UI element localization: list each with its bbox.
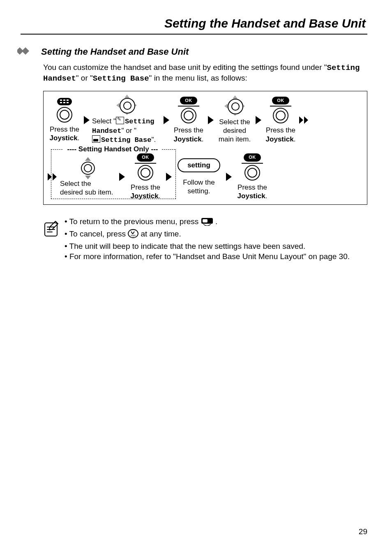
step-press-joystick-2: OK Press theJoystick. xyxy=(172,97,205,144)
handset-inline-icon xyxy=(116,117,124,124)
intro-code-2: Setting Base xyxy=(93,74,149,83)
base-inline-icon xyxy=(92,135,100,143)
step-select-setting: Select "Setting Handset" or " Setting Ba… xyxy=(92,95,161,144)
arrow-icon xyxy=(164,173,174,181)
flow-row-2: ---- Setting Handset Only --- Select the… xyxy=(48,146,363,200)
step-press-joystick-4: OK Press theJoystick. xyxy=(127,153,164,200)
intro-text: You can customize the handset and base u… xyxy=(43,63,327,72)
step-select-sub-item: Select thedesired sub item. xyxy=(59,157,117,197)
note-icon xyxy=(43,216,65,262)
svg-rect-3 xyxy=(203,219,208,222)
ok-label-icon: OK xyxy=(137,153,154,162)
step-press-joystick-5: OK Press theJoystick. xyxy=(234,153,270,200)
flow-row-1: Press theJoystick. Select "Setting Hands… xyxy=(48,95,363,144)
section-heading-text: Setting the Handset and Base Unit xyxy=(41,46,189,57)
svg-text:PWR: PWR xyxy=(131,234,136,237)
joystick-4way-icon xyxy=(225,96,244,115)
notes-list: To return to the previous menu, press . … xyxy=(65,216,350,262)
page: Setting the Handset and Base Unit Settin… xyxy=(0,0,392,556)
joystick-updown-icon xyxy=(80,157,96,179)
note-item: To cancel, press PWR at any time. xyxy=(65,229,350,241)
arrow-continue-icon xyxy=(48,173,59,181)
running-header-title: Setting the Handset and Base Unit xyxy=(21,16,367,35)
joystick-icon xyxy=(138,165,153,181)
joystick-icon xyxy=(57,107,72,123)
note-item: To return to the previous menu, press . xyxy=(65,216,350,229)
menu-icon xyxy=(57,98,72,105)
notes-block: To return to the previous menu, press . … xyxy=(43,216,363,262)
joystick-icon xyxy=(273,108,288,123)
handset-only-label: ---- Setting Handset Only --- xyxy=(64,145,161,153)
ok-label-icon: OK xyxy=(180,97,197,105)
ok-label-icon: OK xyxy=(272,97,289,105)
page-number: 29 xyxy=(359,527,367,536)
intro-paragraph: You can customize the handset and base u… xyxy=(43,63,363,83)
intro-text: " in the menu list, as follows: xyxy=(149,74,247,82)
joystick-4way-icon xyxy=(117,95,136,114)
arrow-icon xyxy=(81,116,92,124)
intro-text: " or " xyxy=(76,74,93,82)
arrow-icon xyxy=(224,173,234,181)
joystick-icon xyxy=(181,108,196,123)
power-key-icon: PWR xyxy=(128,229,138,241)
step-press-joystick-1: Press theJoystick. xyxy=(48,98,81,143)
setting-pill: setting xyxy=(178,158,220,172)
arrow-icon xyxy=(205,116,216,124)
arrow-icon xyxy=(253,116,264,124)
joystick-icon xyxy=(244,165,260,181)
step-follow-setting: setting Follow thesetting. xyxy=(174,158,224,195)
arrow-continue-icon xyxy=(297,116,308,124)
step-press-joystick-3: OK Press theJoystick. xyxy=(264,97,297,144)
section-heading: Setting the Handset and Base Unit xyxy=(17,46,367,58)
svg-marker-1 xyxy=(22,47,29,55)
arrow-icon xyxy=(117,173,127,181)
note-item: For more information, refer to "Handset … xyxy=(65,251,350,262)
back-key-icon xyxy=(201,218,213,229)
ok-label-icon: OK xyxy=(244,153,261,162)
note-item: The unit will beep to indicate that the … xyxy=(65,241,350,252)
arrow-icon xyxy=(161,116,172,124)
step-select-main-item: Select thedesiredmain item. xyxy=(216,96,253,144)
procedure-flow: Press theJoystick. Select "Setting Hands… xyxy=(43,91,367,205)
diamond-bullet-icon xyxy=(17,46,38,58)
